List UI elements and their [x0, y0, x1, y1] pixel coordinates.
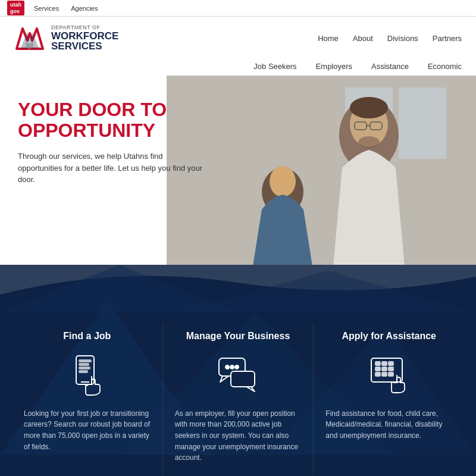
- primary-nav-about[interactable]: About: [353, 34, 373, 43]
- card-apply-assistance-desc: Find assistance for food, child care, Me…: [325, 408, 452, 441]
- card-manage-business-icon: [175, 351, 302, 399]
- svg-point-31: [230, 365, 234, 369]
- hero-description: Through our services, we help Utahns fin…: [18, 151, 208, 186]
- svg-rect-24: [79, 360, 91, 362]
- card-apply-assistance-title: Apply for Assistance: [325, 330, 452, 343]
- cards-row: Find a Job: [0, 312, 476, 476]
- org-line2: SERVICES: [51, 41, 118, 51]
- card-find-job-icon: [24, 351, 151, 399]
- svg-point-30: [226, 365, 229, 369]
- svg-rect-25: [79, 364, 89, 365]
- card-apply-assistance-icon: [325, 351, 452, 399]
- card-manage-business-desc: As an employer, fill your open position …: [175, 408, 302, 464]
- card-find-job: Find a Job: [12, 324, 163, 475]
- dws-logo-icon: [14, 23, 45, 54]
- card-apply-assistance: Apply for Assistance: [314, 324, 464, 475]
- svg-rect-42: [382, 372, 387, 376]
- primary-nav-home[interactable]: Home: [318, 34, 339, 43]
- utility-nav: Services Agencies: [34, 5, 98, 12]
- svg-rect-36: [382, 362, 387, 365]
- main-header: DEPARTMENT OF WORKFORCE SERVICES Home Ab…: [0, 17, 476, 76]
- svg-rect-41: [375, 372, 380, 376]
- svg-point-32: [235, 365, 239, 369]
- hero-content: YOUR DOOR TOOPPORTUNITY Through our serv…: [0, 76, 274, 209]
- svg-rect-38: [375, 367, 380, 371]
- card-find-job-title: Find a Job: [24, 330, 151, 343]
- utility-nav-services[interactable]: Services: [34, 5, 59, 12]
- card-manage-business-title: Manage Your Business: [175, 330, 302, 343]
- svg-rect-27: [79, 371, 87, 372]
- svg-point-13: [358, 136, 380, 148]
- secondary-nav-economic[interactable]: Economic: [428, 62, 462, 71]
- primary-nav-divisions[interactable]: Divisions: [387, 34, 418, 43]
- svg-rect-39: [382, 367, 387, 371]
- svg-rect-26: [79, 367, 90, 369]
- svg-rect-37: [389, 362, 393, 365]
- secondary-nav-job-seekers[interactable]: Job Seekers: [253, 62, 296, 71]
- primary-nav-partners[interactable]: Partners: [433, 34, 462, 43]
- hero-title: YOUR DOOR TOOPPORTUNITY: [18, 99, 256, 141]
- svg-rect-33: [231, 371, 255, 387]
- svg-rect-43: [389, 372, 393, 376]
- svg-rect-40: [389, 367, 393, 371]
- card-find-job-desc: Looking for your first job or transition…: [24, 408, 151, 452]
- svg-rect-35: [375, 362, 380, 365]
- dark-section: Find a Job: [0, 265, 476, 476]
- svg-point-9: [350, 97, 388, 118]
- logo-text: DEPARTMENT OF WORKFORCE SERVICES: [51, 25, 118, 51]
- secondary-nav-assistance[interactable]: Assistance: [371, 62, 409, 71]
- org-line1: WORKFORCE: [51, 31, 118, 41]
- utility-nav-agencies[interactable]: Agencies: [71, 5, 98, 12]
- wave-divider: [0, 265, 476, 312]
- primary-nav: Home About Divisions Partners: [318, 34, 462, 43]
- utah-gov-logo: utahgov: [7, 1, 24, 16]
- logo-area: DEPARTMENT OF WORKFORCE SERVICES: [14, 23, 118, 54]
- svg-rect-6: [399, 87, 446, 159]
- card-manage-business: Manage Your Business A: [163, 324, 314, 475]
- hero-section: YOUR DOOR TOOPPORTUNITY Through our serv…: [0, 76, 476, 266]
- secondary-nav: Job Seekers Employers Assistance Economi…: [14, 57, 462, 76]
- secondary-nav-employers[interactable]: Employers: [316, 62, 352, 71]
- utility-bar: utahgov Services Agencies: [0, 0, 476, 17]
